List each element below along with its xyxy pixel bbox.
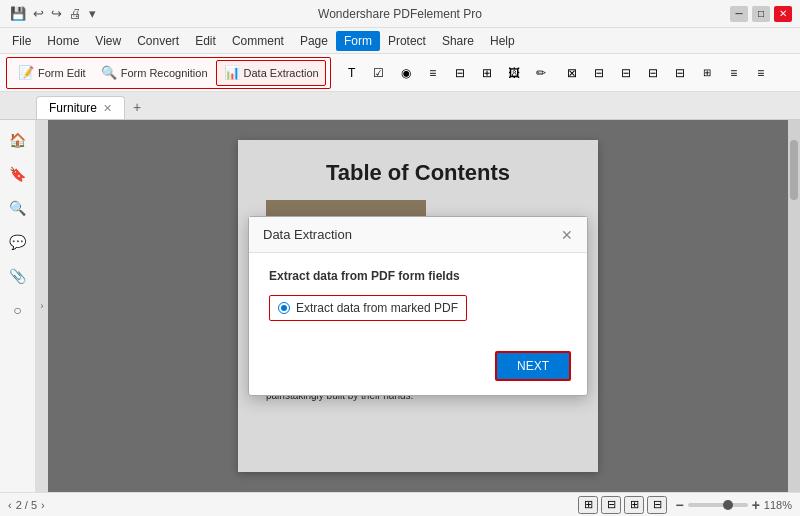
form-field-icons: T ☑ ◉ ≡ ⊟ ⊞ 🖼 ✏ ⊠ ⊟ ⊟ ⊟ ⊟ ⊞ ≡ ≡ (339, 60, 774, 86)
form-recognition-button[interactable]: 🔍 Form Recognition (94, 61, 214, 85)
redo-icon[interactable]: ↪ (49, 5, 64, 22)
align-icon1[interactable]: ⊟ (586, 60, 612, 86)
form-edit-button[interactable]: 📝 Form Edit (11, 61, 92, 85)
close-button[interactable]: ✕ (774, 6, 792, 22)
attachment-icon[interactable]: 📎 (4, 262, 32, 290)
menu-view[interactable]: View (87, 31, 129, 51)
page-info: 2 / 5 (16, 499, 37, 511)
maximize-button[interactable]: □ (752, 6, 770, 22)
signature-icon[interactable]: ✏ (528, 60, 554, 86)
modal-footer: NEXT (249, 341, 587, 395)
status-right: ⊞ ⊟ ⊞ ⊟ − + 118% (578, 496, 792, 514)
menu-help[interactable]: Help (482, 31, 523, 51)
import-icon[interactable]: ≡ (721, 60, 747, 86)
sidebar-expand-handle[interactable]: › (36, 120, 48, 492)
menu-file[interactable]: File (4, 31, 39, 51)
modal-header: Data Extraction ✕ (249, 217, 587, 253)
app-title: Wondershare PDFelement Pro (318, 7, 482, 21)
title-bar: 💾 ↩ ↪ 🖨 ▾ Wondershare PDFelement Pro ─ □… (0, 0, 800, 28)
prev-page-icon[interactable]: ‹ (8, 499, 12, 511)
text-field-icon[interactable]: T (339, 60, 365, 86)
form-edit-icon: 📝 (17, 64, 35, 82)
checkbox-icon[interactable]: ☑ (366, 60, 392, 86)
list-icon[interactable]: ≡ (420, 60, 446, 86)
zoom-level-label: 118% (764, 499, 792, 511)
dropdown-icon[interactable]: ▾ (87, 5, 98, 22)
menu-home[interactable]: Home (39, 31, 87, 51)
tab-bar: Furniture ✕ + (0, 92, 800, 120)
status-left: ‹ 2 / 5 › (8, 499, 45, 511)
modal-overlay: Data Extraction ✕ Extract data from PDF … (48, 120, 788, 492)
form-toolbar: 📝 Form Edit 🔍 Form Recognition 📊 Data Ex… (0, 54, 800, 92)
next-button[interactable]: NEXT (495, 351, 571, 381)
search-sidebar-icon[interactable]: 🔍 (4, 194, 32, 222)
next-page-icon[interactable]: › (41, 499, 45, 511)
menu-comment[interactable]: Comment (224, 31, 292, 51)
bookmark-icon[interactable]: 🔖 (4, 160, 32, 188)
form-recognition-icon: 🔍 (100, 64, 118, 82)
thumbnail-icon[interactable]: ⊞ (624, 496, 644, 514)
align-icon3[interactable]: ⊟ (640, 60, 666, 86)
view-mode-icons: ⊞ ⊟ ⊞ ⊟ (578, 496, 667, 514)
radio-selected-indicator (281, 305, 287, 311)
zoom-plus-button[interactable]: + (752, 497, 760, 513)
minimize-button[interactable]: ─ (730, 6, 748, 22)
undo-icon[interactable]: ↩ (31, 5, 46, 22)
menu-convert[interactable]: Convert (129, 31, 187, 51)
menu-share[interactable]: Share (434, 31, 482, 51)
zoom-thumb (723, 500, 733, 510)
barcode-icon[interactable]: ⊠ (559, 60, 585, 86)
zoom-minus-button[interactable]: − (675, 497, 683, 513)
read-mode-icon[interactable]: ⊟ (647, 496, 667, 514)
data-extraction-button[interactable]: 📊 Data Extraction (216, 60, 326, 86)
data-extraction-icon: 📊 (223, 64, 241, 82)
tab-order-icon[interactable]: ⊞ (694, 60, 720, 86)
vertical-scrollbar[interactable] (788, 120, 800, 492)
radio-button (278, 302, 290, 314)
radio-icon[interactable]: ◉ (393, 60, 419, 86)
zoom-slider[interactable] (688, 503, 748, 507)
fit-page-icon[interactable]: ⊞ (578, 496, 598, 514)
modal-close-button[interactable]: ✕ (561, 228, 573, 242)
scroll-thumb[interactable] (790, 140, 798, 200)
menu-edit[interactable]: Edit (187, 31, 224, 51)
dropdown-field-icon[interactable]: ⊟ (447, 60, 473, 86)
pdf-viewport: Table of Contents (48, 120, 788, 492)
button-icon[interactable]: ⊞ (474, 60, 500, 86)
data-extraction-modal: Data Extraction ✕ Extract data from PDF … (248, 216, 588, 396)
form-toolbar-group: 📝 Form Edit 🔍 Form Recognition 📊 Data Ex… (6, 57, 331, 89)
modal-subtitle: Extract data from PDF form fields (269, 269, 567, 283)
window-controls: ─ □ ✕ (730, 6, 792, 22)
fit-width-icon[interactable]: ⊟ (601, 496, 621, 514)
quick-access-toolbar: 💾 ↩ ↪ 🖨 ▾ (8, 5, 98, 22)
comment-sidebar-icon[interactable]: 💬 (4, 228, 32, 256)
tab-close-button[interactable]: ✕ (103, 102, 112, 115)
modal-body: Extract data from PDF form fields Extrac… (249, 253, 587, 341)
distribute-icon[interactable]: ⊟ (667, 60, 693, 86)
menu-protect[interactable]: Protect (380, 31, 434, 51)
new-tab-button[interactable]: + (125, 95, 149, 119)
image-field-icon[interactable]: 🖼 (501, 60, 527, 86)
zoom-control: − + 118% (675, 497, 792, 513)
furniture-tab[interactable]: Furniture ✕ (36, 96, 125, 119)
menu-bar: File Home View Convert Edit Comment Page… (0, 28, 800, 54)
extract-marked-option[interactable]: Extract data from marked PDF (269, 295, 467, 321)
signature-sidebar-icon[interactable]: ○ (4, 296, 32, 324)
left-sidebar: 🏠 🔖 🔍 💬 📎 ○ (0, 120, 36, 492)
modal-title: Data Extraction (263, 227, 352, 242)
tab-label: Furniture (49, 101, 97, 115)
export-icon[interactable]: ≡ (748, 60, 774, 86)
menu-page[interactable]: Page (292, 31, 336, 51)
save-icon[interactable]: 💾 (8, 5, 28, 22)
print-icon[interactable]: 🖨 (67, 5, 84, 22)
title-bar-left: 💾 ↩ ↪ 🖨 ▾ (8, 5, 98, 22)
menu-form[interactable]: Form (336, 31, 380, 51)
home-sidebar-icon[interactable]: 🏠 (4, 126, 32, 154)
status-bar: ‹ 2 / 5 › ⊞ ⊟ ⊞ ⊟ − + 118% (0, 492, 800, 516)
extract-marked-label: Extract data from marked PDF (296, 301, 458, 315)
align-icon2[interactable]: ⊟ (613, 60, 639, 86)
